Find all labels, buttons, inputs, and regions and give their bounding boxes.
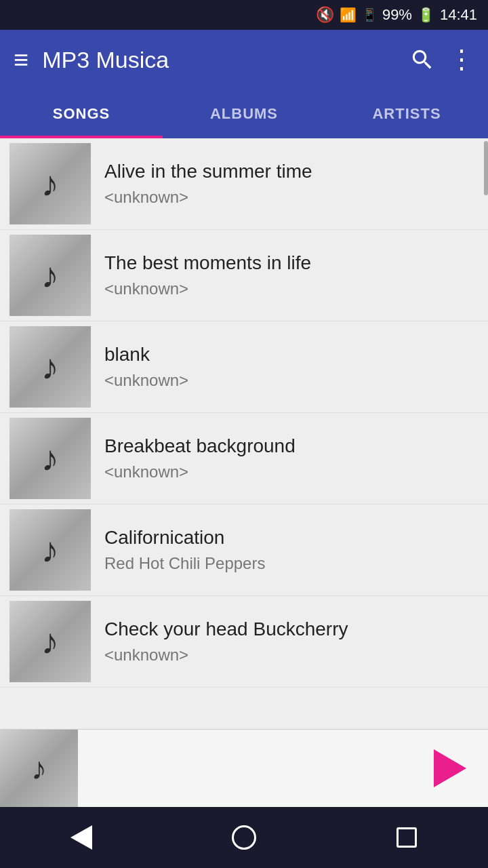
status-icons: 🔇 📶 📱 99% 🔋 14:41 [316,6,477,24]
play-icon [434,749,466,787]
song-title: Californication [104,527,468,549]
back-button[interactable] [54,810,108,865]
battery-percent: 99% [382,6,412,24]
list-item[interactable]: ♪ The best moments in life <unknown> [0,230,488,321]
song-info-6: Check your head Buckcherry <unknown> [104,618,488,665]
song-title: The best moments in life [104,252,468,274]
tabs-bar: SONGS ALBUMS ARTISTS [0,90,488,138]
list-item[interactable]: ♪ Californication Red Hot Chili Peppers [0,505,488,596]
list-item[interactable]: ♪ Alive in the summer time <unknown> [0,138,488,230]
song-thumbnail-2: ♪ [9,235,91,316]
song-artist: <unknown> [104,279,468,298]
music-note-icon: ♪ [41,621,59,662]
song-title: Breakbeat background [104,435,468,457]
song-thumbnail-3: ♪ [9,326,91,408]
status-bar: 🔇 📶 📱 99% 🔋 14:41 [0,0,488,30]
song-list: ♪ Alive in the summer time <unknown> ♪ T… [0,138,488,729]
home-icon [232,825,256,850]
song-artist: <unknown> [104,371,468,390]
song-artist: <unknown> [104,188,468,207]
recent-apps-button[interactable] [380,810,434,865]
play-button[interactable] [420,741,474,795]
list-item[interactable]: ♪ Check your head Buckcherry <unknown> [0,596,488,688]
wifi-icon: 📶 [340,7,357,23]
music-note-icon: ♪ [41,347,59,387]
navigation-bar [0,807,488,868]
search-icon[interactable] [409,47,435,73]
music-note-icon: ♪ [31,750,47,787]
music-note-icon: ♪ [41,530,59,570]
music-note-icon: ♪ [41,163,59,204]
song-title: blank [104,344,468,366]
tab-artists[interactable]: ARTISTS [325,90,488,138]
battery-icon: 🔋 [418,7,434,23]
list-item[interactable]: ♪ blank <unknown> [0,321,488,413]
song-thumbnail-4: ♪ [9,418,91,499]
song-info-4: Breakbeat background <unknown> [104,435,488,481]
app-bar: ≡ MP3 Musica ⋮ [0,30,488,90]
song-thumbnail-6: ♪ [9,601,91,682]
tab-songs[interactable]: SONGS [0,90,163,138]
sim-icon: 📱 [362,7,377,22]
song-info-5: Californication Red Hot Chili Peppers [104,527,488,573]
song-thumbnail-1: ♪ [9,143,91,224]
home-button[interactable] [217,810,271,865]
list-item[interactable]: ♪ Breakbeat background <unknown> [0,413,488,505]
song-info-3: blank <unknown> [104,344,488,390]
menu-icon[interactable]: ≡ [14,45,28,75]
music-note-icon: ♪ [41,438,59,479]
song-title: Alive in the summer time [104,161,468,182]
clock: 14:41 [440,6,477,24]
tab-albums[interactable]: ALBUMS [163,90,325,138]
app-title: MP3 Musica [42,47,396,73]
song-info-2: The best moments in life <unknown> [104,252,488,298]
song-artist: Red Hot Chili Peppers [104,554,468,573]
song-info-1: Alive in the summer time <unknown> [104,161,488,207]
song-artist: <unknown> [104,462,468,481]
back-icon [70,825,92,850]
music-note-icon: ♪ [41,255,59,296]
recent-icon [396,827,417,848]
more-options-icon[interactable]: ⋮ [449,45,474,75]
now-playing-bar: ♪ [0,729,488,807]
song-thumbnail-5: ♪ [9,509,91,591]
mute-icon: 🔇 [316,6,334,24]
now-playing-thumbnail: ♪ [0,730,78,808]
song-artist: <unknown> [104,646,468,665]
song-title: Check your head Buckcherry [104,618,468,640]
scrollbar[interactable] [483,138,488,729]
scrollbar-thumb[interactable] [484,141,488,195]
